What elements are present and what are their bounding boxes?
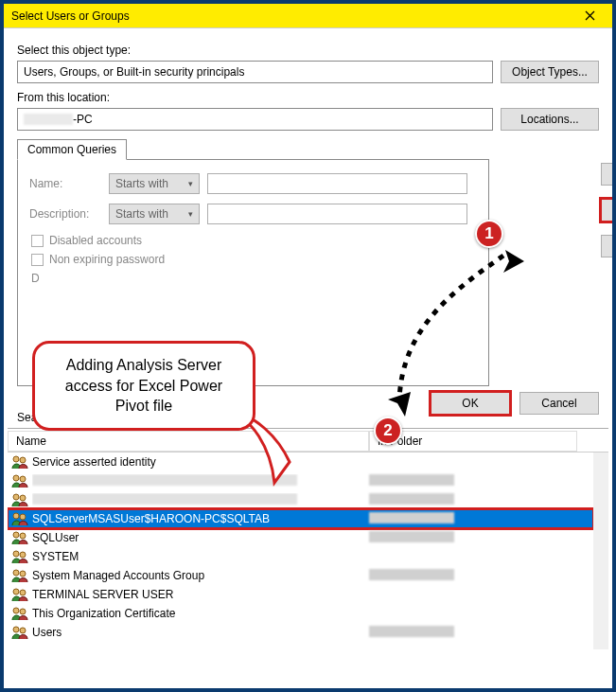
svg-point-15 bbox=[13, 570, 19, 576]
result-row[interactable]: SQLUser bbox=[8, 528, 593, 547]
result-row[interactable]: This Organization Certificate bbox=[8, 604, 593, 623]
svg-point-18 bbox=[20, 590, 26, 595]
svg-point-10 bbox=[20, 514, 26, 520]
svg-point-11 bbox=[13, 532, 19, 538]
result-row[interactable] bbox=[8, 471, 593, 490]
users-group-icon bbox=[11, 625, 28, 640]
column-name[interactable]: Name bbox=[8, 431, 369, 452]
description-input[interactable] bbox=[207, 204, 467, 224]
dialog-content: Select this object type: Object Types...… bbox=[4, 28, 612, 386]
result-folder bbox=[369, 626, 502, 639]
users-group-icon bbox=[11, 473, 28, 488]
result-row[interactable]: TERMINAL SERVER USER bbox=[8, 585, 593, 604]
svg-point-19 bbox=[13, 608, 19, 613]
result-folder bbox=[369, 455, 502, 469]
result-row[interactable]: SYSTEM bbox=[8, 547, 593, 566]
results-list[interactable]: ▴ Service asserted identitySQLServerMSAS… bbox=[8, 452, 608, 649]
result-name: SQLServerMSASUser$HAROON-PC$SQLTAB bbox=[32, 512, 369, 525]
object-types-button[interactable]: Object Types... bbox=[501, 61, 599, 83]
object-type-label: Select this object type: bbox=[17, 44, 599, 57]
name-label: Name: bbox=[29, 177, 101, 190]
name-input[interactable] bbox=[207, 173, 467, 194]
users-group-icon bbox=[11, 492, 28, 507]
result-folder bbox=[369, 588, 502, 601]
result-folder bbox=[369, 607, 502, 620]
scrollbar-up[interactable]: ▴ bbox=[593, 452, 608, 468]
annotation-callout: Adding Analysis Server access for Excel … bbox=[32, 341, 255, 431]
cancel-button[interactable]: Cancel bbox=[519, 392, 599, 415]
location-suffix: -PC bbox=[73, 113, 93, 126]
users-group-icon bbox=[11, 454, 28, 470]
disabled-accounts-checkbox[interactable] bbox=[31, 235, 44, 247]
result-name bbox=[32, 493, 369, 507]
close-button[interactable] bbox=[572, 6, 607, 27]
chevron-down-icon: ▾ bbox=[188, 179, 193, 188]
location-field[interactable]: -PC bbox=[17, 108, 493, 131]
result-name: SYSTEM bbox=[32, 550, 369, 563]
location-label: From this location: bbox=[17, 91, 599, 104]
users-group-icon bbox=[11, 606, 28, 621]
result-name: TERMINAL SERVER USER bbox=[32, 588, 369, 601]
result-row[interactable]: SQLServerMSASUser$HAROON-PC$SQLTAB bbox=[8, 509, 593, 528]
name-mode-combo[interactable]: Starts with ▾ bbox=[109, 173, 200, 194]
locations-button[interactable]: Locations... bbox=[501, 108, 599, 131]
result-name: System Managed Accounts Group bbox=[32, 569, 369, 582]
chevron-down-icon: ▾ bbox=[188, 209, 193, 219]
svg-point-20 bbox=[20, 609, 26, 614]
svg-point-7 bbox=[13, 494, 19, 500]
titlebar: Select Users or Groups bbox=[4, 4, 612, 28]
svg-point-6 bbox=[20, 476, 26, 482]
result-folder bbox=[369, 493, 502, 506]
svg-point-13 bbox=[13, 551, 19, 557]
users-group-icon bbox=[11, 511, 28, 526]
users-group-icon bbox=[11, 587, 28, 602]
result-row[interactable]: Service asserted identity bbox=[8, 452, 593, 471]
tab-common-queries[interactable]: Common Queries bbox=[17, 139, 127, 160]
svg-point-16 bbox=[20, 571, 26, 577]
close-icon bbox=[585, 10, 595, 21]
result-row[interactable]: System Managed Accounts Group bbox=[8, 566, 593, 585]
result-folder bbox=[369, 474, 502, 488]
find-now-button[interactable]: Find Now bbox=[601, 199, 616, 222]
window-title: Select Users or Groups bbox=[11, 9, 572, 23]
result-folder bbox=[369, 550, 502, 563]
stop-button[interactable]: Stop bbox=[601, 235, 616, 257]
svg-point-5 bbox=[13, 475, 19, 481]
non-expiring-checkbox[interactable] bbox=[31, 254, 44, 266]
ok-button[interactable]: OK bbox=[431, 392, 510, 415]
result-name bbox=[32, 474, 369, 488]
queries-right-buttons: Columns... Find Now Stop bbox=[601, 163, 616, 257]
result-row[interactable] bbox=[8, 490, 593, 509]
svg-point-22 bbox=[20, 628, 26, 633]
svg-point-9 bbox=[13, 513, 19, 519]
object-type-field[interactable] bbox=[17, 61, 493, 83]
result-folder bbox=[369, 531, 502, 544]
users-group-icon bbox=[11, 568, 28, 583]
svg-point-14 bbox=[20, 552, 26, 558]
result-name: Service asserted identity bbox=[32, 455, 369, 469]
step-badge-1: 1 bbox=[475, 220, 503, 248]
result-folder bbox=[369, 512, 502, 525]
result-name: SQLUser bbox=[32, 531, 369, 544]
callout-text: Adding Analysis Server access for Excel … bbox=[65, 357, 222, 414]
users-group-icon bbox=[11, 530, 28, 545]
description-label: Description: bbox=[29, 207, 101, 221]
svg-point-12 bbox=[20, 533, 26, 539]
result-folder bbox=[369, 569, 502, 582]
non-expiring-label: Non expiring password bbox=[49, 253, 165, 266]
location-blur bbox=[24, 114, 73, 125]
results-header: Name In Folder bbox=[8, 431, 608, 452]
result-name: This Organization Certificate bbox=[32, 607, 369, 620]
result-name: Users bbox=[32, 626, 369, 639]
svg-point-4 bbox=[20, 457, 26, 463]
result-row[interactable]: Users bbox=[8, 623, 593, 642]
days-label-initial: D bbox=[31, 272, 477, 285]
svg-point-21 bbox=[13, 627, 19, 632]
scrollbar-down[interactable]: ▾ bbox=[593, 634, 608, 649]
step-badge-2: 2 bbox=[374, 417, 402, 445]
svg-point-17 bbox=[13, 589, 19, 594]
description-mode-combo[interactable]: Starts with ▾ bbox=[109, 204, 200, 224]
name-mode-text: Starts with bbox=[115, 177, 168, 190]
columns-button[interactable]: Columns... bbox=[601, 163, 616, 186]
svg-point-8 bbox=[20, 495, 26, 501]
